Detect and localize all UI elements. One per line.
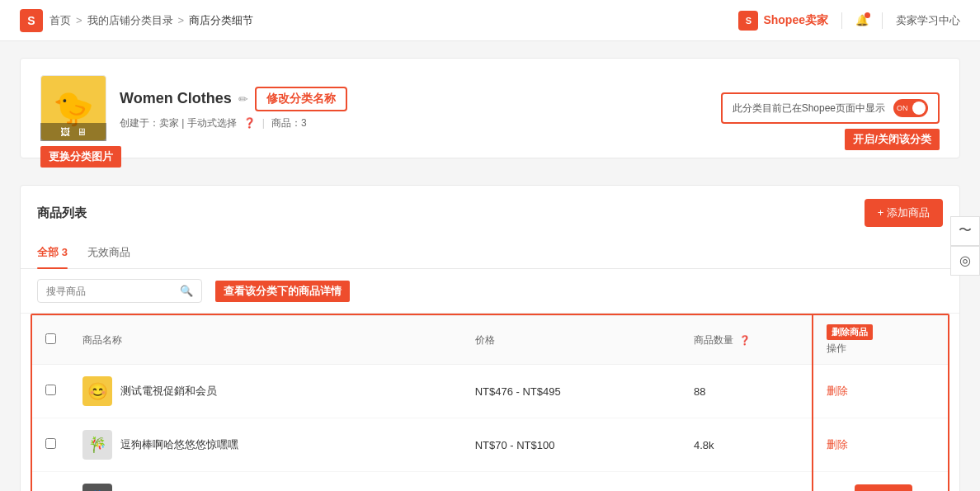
breadcrumb-current: 商店分类细节 — [189, 13, 253, 28]
category-info: Women Clothes ✏ 修改分类名称 创建于：卖家 | 手动式选择 ❓ … — [120, 87, 347, 130]
top-navigation: S 首页 > 我的店铺分类目录 > 商店分类细节 S Shopee卖家 🔔 卖家… — [0, 0, 980, 41]
table-row: 🎋 逗狗棒啊哈悠悠悠惊嘿嘿 NT$70 - NT$100 4.8k 删除 — [32, 418, 948, 472]
row3-qty: 300 — [681, 472, 813, 492]
row2-checkbox-cell — [32, 418, 69, 472]
row3-action: 删除 💬 聊聊 ⧉ — [813, 472, 948, 492]
product-table: 商品名称 价格 商品数量 ❓ 删除商品 操作 — [32, 315, 948, 491]
table-row: 👗 漂亮的連衣裙如此可爱的 lovley NT$123 300 删除 — [32, 472, 948, 492]
delete-products-annotation: 删除商品 — [827, 324, 873, 340]
tab-all[interactable]: 全部 3 — [37, 237, 68, 268]
sidebar-waveform-button[interactable]: 〜 — [950, 216, 980, 246]
th-product-name: 商品名称 — [69, 316, 462, 365]
tab-all-count: 3 — [62, 246, 68, 258]
meta-question-icon[interactable]: ❓ — [243, 117, 256, 129]
row2-price: NT$70 - NT$100 — [462, 418, 681, 472]
breadcrumb-sep2: > — [178, 14, 185, 26]
table-row: 😊 测试電視促銷和会员 NT$476 - NT$495 88 删除 — [32, 365, 948, 418]
product-card-header: 商品列表 + 添加商品 — [21, 186, 959, 227]
tab-invalid[interactable]: 无效商品 — [87, 237, 130, 268]
row1-price: NT$476 - NT$495 — [462, 365, 681, 418]
search-row: 🔍 查看该分类下的商品详情 — [21, 269, 959, 314]
category-right: 此分类目前已在Shopee页面中显示 ON 开启/关闭该分类 — [721, 92, 940, 124]
row3-checkbox-cell — [32, 472, 69, 492]
add-product-button[interactable]: + 添加商品 — [865, 199, 943, 227]
product-card: 商品列表 + 添加商品 全部 3 无效商品 🔍 查看该分类下的商品详情 — [20, 185, 960, 491]
category-name-text: Women Clothes — [120, 90, 232, 107]
open-close-annotation-wrapper: 开启/关闭该分类 — [845, 129, 940, 150]
category-image-section: 🐤 🖼 🖥 更换分类图片 — [40, 75, 106, 141]
bell-icon[interactable]: 🔔 — [855, 14, 869, 26]
meta-separator: | — [262, 117, 265, 129]
row1-delete-button[interactable]: 删除 — [827, 385, 848, 397]
meta-created: 创建于：卖家 | 手动式选择 — [120, 116, 237, 130]
th-price: 价格 — [462, 316, 681, 365]
visibility-box: 此分类目前已在Shopee页面中显示 ON — [721, 92, 940, 124]
select-all-checkbox[interactable] — [45, 333, 56, 344]
bell-notification-dot — [865, 12, 870, 18]
row2-qty: 4.8k — [681, 418, 813, 472]
shopee-brand: S Shopee卖家 — [738, 11, 828, 31]
sidebar-circle-button[interactable]: ◎ — [950, 246, 980, 276]
qty-help-icon[interactable]: ❓ — [739, 335, 751, 345]
row1-action: 删除 — [813, 365, 948, 418]
row2-checkbox[interactable] — [45, 438, 56, 449]
th-checkbox — [32, 316, 69, 365]
right-sidebar: 〜 ◎ — [950, 216, 980, 276]
th-action: 删除商品 操作 — [813, 316, 948, 365]
search-input[interactable] — [46, 286, 175, 297]
th-qty: 商品数量 ❓ — [681, 316, 813, 365]
row1-thumbnail: 😊 — [82, 376, 112, 406]
category-left: 🐤 🖼 🖥 更换分类图片 Women Clothes ✏ 修改分类名称 — [40, 75, 347, 141]
tab-all-label: 全部 — [37, 246, 62, 258]
table-wrapper: 商品名称 价格 商品数量 ❓ 删除商品 操作 — [21, 314, 959, 491]
tab-invalid-label: 无效商品 — [87, 246, 130, 258]
image-icon[interactable]: 🖼 — [60, 126, 70, 138]
breadcrumb-catalog[interactable]: 我的店铺分类目录 — [87, 13, 173, 28]
edit-category-name-icon[interactable]: ✏ — [238, 92, 248, 106]
toggle-wrapper: 此分类目前已在Shopee页面中显示 ON 开启/关闭该分类 — [721, 92, 940, 124]
search-input-wrapper[interactable]: 🔍 — [37, 279, 202, 303]
row1-name-cell: 😊 测试電視促銷和会员 — [69, 365, 462, 418]
row3-thumbnail: 👗 — [82, 484, 112, 491]
row2-name: 逗狗棒啊哈悠悠悠惊嘿嘿 — [120, 437, 238, 452]
row3-name-cell: 👗 漂亮的連衣裙如此可爱的 lovley — [69, 472, 462, 492]
shopee-brand-name: Shopee卖家 — [763, 13, 828, 28]
shopee-brand-logo: S — [738, 11, 758, 31]
monitor-icon[interactable]: 🖥 — [77, 126, 87, 138]
tabs-row: 全部 3 无效商品 — [21, 237, 959, 269]
change-image-annotation: 更换分类图片 — [40, 146, 121, 168]
category-meta: 创建于：卖家 | 手动式选择 ❓ | 商品：3 — [120, 116, 347, 130]
product-list-title: 商品列表 — [37, 205, 87, 221]
rename-category-button[interactable]: 修改分类名称 — [255, 87, 347, 111]
row2-thumbnail: 🎋 — [82, 430, 112, 460]
visibility-toggle[interactable]: ON — [893, 99, 928, 117]
breadcrumb: 首页 > 我的店铺分类目录 > 商店分类细节 — [49, 13, 253, 28]
change-image-annotation-wrapper: 更换分类图片 — [40, 146, 121, 168]
table-annotated-box: 商品名称 价格 商品数量 ❓ 删除商品 操作 — [31, 314, 949, 491]
breadcrumb-sep1: > — [76, 14, 82, 26]
row3-product-row: 👗 漂亮的連衣裙如此可爱的 lovley — [82, 484, 449, 491]
nav-divider-1 — [841, 12, 842, 29]
table-header-row: 商品名称 价格 商品数量 ❓ 删除商品 操作 — [32, 316, 948, 365]
row2-name-cell: 🎋 逗狗棒啊哈悠悠悠惊嘿嘿 — [69, 418, 462, 472]
view-details-annotation: 查看该分类下的商品详情 — [215, 281, 350, 302]
chat-button[interactable]: 💬 聊聊 — [855, 484, 912, 491]
row2-product-row: 🎋 逗狗棒啊哈悠悠悠惊嘿嘿 — [82, 430, 449, 460]
search-icon: 🔍 — [180, 285, 193, 297]
shopee-logo-nav: S — [20, 9, 43, 32]
row2-delete-button[interactable]: 删除 — [827, 438, 848, 451]
visibility-label: 此分类目前已在Shopee页面中显示 — [733, 102, 885, 116]
row1-checkbox-cell — [32, 365, 69, 418]
breadcrumb-home[interactable]: 首页 — [49, 13, 71, 28]
main-content: 🐤 🖼 🖥 更换分类图片 Women Clothes ✏ 修改分类名称 — [0, 41, 980, 491]
nav-divider-2 — [882, 12, 883, 29]
learning-center-link[interactable]: 卖家学习中心 — [896, 13, 960, 28]
category-card: 🐤 🖼 🖥 更换分类图片 Women Clothes ✏ 修改分类名称 — [20, 58, 960, 158]
row1-qty: 88 — [681, 365, 813, 418]
open-close-annotation: 开启/关闭该分类 — [845, 129, 940, 150]
row1-checkbox[interactable] — [45, 385, 56, 395]
row2-action: 删除 — [813, 418, 948, 472]
nav-left: S 首页 > 我的店铺分类目录 > 商店分类细节 — [20, 9, 253, 32]
row3-price: NT$123 — [462, 472, 681, 492]
toggle-knob — [912, 102, 926, 115]
